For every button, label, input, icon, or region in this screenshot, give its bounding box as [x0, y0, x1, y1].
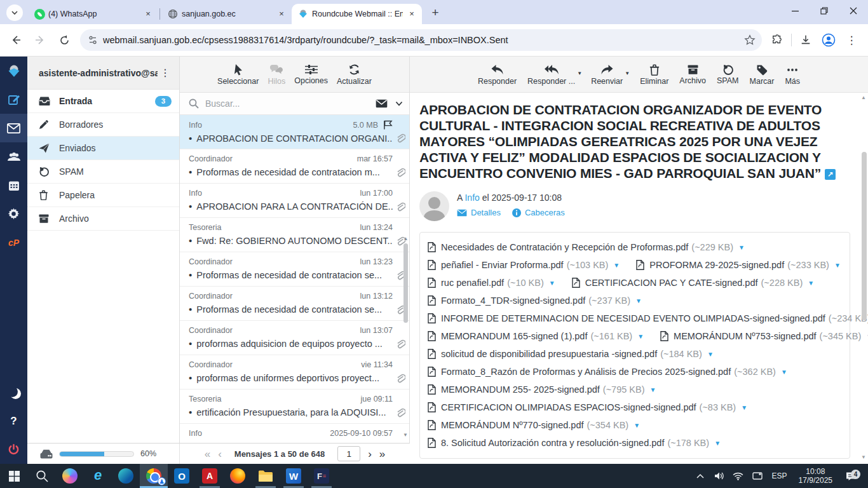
folder-archive[interactable]: Archivo: [27, 207, 179, 231]
attachment-menu-icon[interactable]: ▼: [707, 351, 714, 358]
options-button[interactable]: Opciones: [294, 64, 328, 85]
details-toggle[interactable]: Detalles: [457, 208, 501, 217]
attachment-item[interactable]: MEMORANDUM 165-signed (1).pdf(~161 KB)▼: [428, 331, 644, 341]
taskbar-search-button[interactable]: [28, 464, 56, 488]
folder-sent[interactable]: Enviados: [27, 137, 179, 160]
reply-all-button[interactable]: Responder ... ▼: [527, 64, 575, 85]
copilot-icon[interactable]: [56, 464, 84, 488]
folder-inbox[interactable]: Entrada 3: [27, 90, 179, 113]
message-row[interactable]: Info5.0 MB •APROBACION DE CONTRATACION O…: [180, 115, 409, 149]
browser-menu-icon[interactable]: ⋮: [842, 30, 861, 50]
recipient-link[interactable]: Info: [465, 193, 479, 203]
clock[interactable]: 10:08 17/9/2025: [794, 467, 837, 485]
attachment-menu-icon[interactable]: ▼: [549, 280, 555, 287]
message-row[interactable]: Coordinadorvie 11:34 •proformas de unifo…: [180, 355, 409, 390]
attachment-item[interactable]: INFORME DE DETERMINACION DE NECESIDAD EV…: [428, 313, 868, 323]
firefox-icon[interactable]: [224, 464, 252, 488]
bookmark-star-icon[interactable]: [744, 34, 756, 46]
attachment-item[interactable]: PROFORMA 29-2025-signed.pdf(~233 KB)▼: [636, 260, 841, 270]
page-input[interactable]: [337, 446, 360, 461]
chrome-taskbar-icon[interactable]: ♟: [140, 464, 168, 488]
profile-avatar[interactable]: [819, 30, 838, 50]
last-page-icon[interactable]: »: [379, 449, 385, 459]
attachment-menu-icon[interactable]: ▼: [613, 262, 620, 269]
edge-icon[interactable]: [112, 464, 140, 488]
refresh-button[interactable]: [53, 29, 75, 51]
attachment-menu-icon[interactable]: ▼: [781, 369, 787, 376]
wifi-icon[interactable]: [730, 472, 747, 480]
rail-contacts-button[interactable]: [0, 142, 27, 171]
message-row[interactable]: Coordinadorlun 13:07 •proformas adquisic…: [180, 321, 409, 355]
notification-center-button[interactable]: 4: [840, 471, 862, 481]
language-indicator[interactable]: ESP: [768, 471, 791, 480]
tab-sanjuan[interactable]: sanjuan.gob.ec ×: [161, 4, 292, 24]
compose-button[interactable]: [0, 85, 27, 114]
message-row[interactable]: Tesoreriajue 09:11 •ertificación Presupu…: [180, 390, 409, 424]
outlook-icon[interactable]: O: [168, 464, 196, 488]
archive-button[interactable]: Archivo: [679, 64, 706, 85]
back-button[interactable]: [5, 29, 27, 51]
reply-button[interactable]: Responder: [478, 64, 517, 85]
more-button[interactable]: Más: [785, 64, 800, 85]
minimize-button[interactable]: [780, 0, 810, 22]
attachment-item[interactable]: CERTIFICACION PAC Y CATE-signed.pdf(~228…: [572, 278, 814, 288]
forward-button[interactable]: [29, 29, 51, 51]
folder-spam[interactable]: SPAM: [27, 160, 179, 184]
downloads-icon[interactable]: [796, 30, 815, 50]
message-row[interactable]: Infolun 17:00 •APROBACION PARA LA CONTRA…: [180, 184, 409, 218]
message-row[interactable]: Coordinadorlun 13:12 •Proformas de neces…: [180, 287, 409, 321]
attachment-menu-icon[interactable]: ▼: [714, 440, 721, 447]
address-bar[interactable]: webmail.sanjuan.gob.ec/cpsess1988317614/…: [80, 29, 762, 51]
word-icon[interactable]: W: [280, 464, 308, 488]
forward-mail-button[interactable]: Reenviar ▼: [591, 64, 623, 85]
mark-button[interactable]: Marcar: [750, 64, 775, 85]
rail-calendar-button[interactable]: [0, 171, 27, 200]
attachment-menu-icon[interactable]: ▼: [808, 280, 814, 287]
help-icon[interactable]: ?: [0, 407, 27, 435]
extensions-icon[interactable]: [768, 30, 787, 50]
open-in-new-window-icon[interactable]: ↗: [825, 169, 836, 180]
url-text[interactable]: webmail.sanjuan.gob.ec/cpsess1988317614/…: [103, 35, 744, 45]
scroll-up-icon[interactable]: ▲: [861, 95, 866, 100]
account-header[interactable]: asistente-administrativo@sa... ⋮: [27, 57, 179, 90]
tab-roundcube-active[interactable]: Roundcube Webmail :: Enviados ×: [292, 4, 422, 24]
message-row[interactable]: Info2025-09-10 09:57: [180, 424, 409, 443]
attachment-item[interactable]: peñafiel - Enviar Proforma.pdf(~103 KB)▼: [428, 260, 620, 270]
tab-search-button[interactable]: [6, 4, 23, 21]
prev-page-icon[interactable]: ‹: [218, 449, 222, 459]
attachment-menu-icon[interactable]: ▼: [635, 297, 642, 304]
spam-button[interactable]: SPAM: [717, 64, 739, 85]
rail-settings-button[interactable]: [0, 200, 27, 228]
scroll-thumb[interactable]: [862, 152, 867, 320]
attachment-item[interactable]: MEMORANDUM 255- 2025-signed.pdf(~795 KB)…: [428, 384, 656, 395]
list-scrollbar[interactable]: ▲: [403, 236, 409, 325]
tab-close-icon[interactable]: ×: [276, 9, 287, 19]
search-options-chevron-icon[interactable]: [395, 100, 403, 107]
cpanel-icon[interactable]: cP: [0, 228, 27, 257]
message-row[interactable]: Coordinadormar 16:57 •Proformas de neces…: [180, 149, 409, 184]
volume-icon[interactable]: [711, 471, 728, 480]
account-menu-icon[interactable]: ⋮: [158, 67, 173, 79]
close-window-button[interactable]: [839, 0, 868, 22]
attachment-menu-icon[interactable]: ▼: [634, 422, 640, 429]
attachment-menu-icon[interactable]: ▼: [741, 404, 747, 411]
reply-all-dropdown-icon[interactable]: ▼: [577, 71, 582, 76]
rail-mail-button[interactable]: [0, 114, 27, 142]
attachment-menu-icon[interactable]: ▼: [650, 386, 656, 393]
attachment-item[interactable]: solicitud de disponibilidad presupuestar…: [428, 349, 714, 359]
folder-drafts[interactable]: Borradores: [27, 113, 179, 137]
scroll-thumb[interactable]: [403, 243, 408, 323]
display-icon[interactable]: [749, 472, 766, 480]
refresh-list-button[interactable]: Actualizar: [337, 64, 372, 85]
first-page-icon[interactable]: «: [205, 449, 210, 459]
start-button[interactable]: [0, 464, 28, 488]
tab-close-icon[interactable]: ×: [143, 9, 153, 19]
tray-expand-icon[interactable]: [692, 473, 709, 478]
site-info-icon[interactable]: [88, 35, 98, 45]
message-scrollbar[interactable]: ▲ ▼: [861, 95, 867, 460]
scroll-down-icon[interactable]: ▼: [403, 432, 408, 438]
attachment-item[interactable]: Formato_8_Razón de Proformas y Análisis …: [428, 367, 787, 377]
attachment-item[interactable]: Formato_4_TDR-signed-signed.pdf(~237 KB)…: [428, 295, 642, 306]
scroll-down-icon[interactable]: ▼: [861, 454, 866, 460]
attachment-item[interactable]: CERTIFICACION OLIMPIADAS ESPACIOS-signed…: [428, 402, 747, 412]
